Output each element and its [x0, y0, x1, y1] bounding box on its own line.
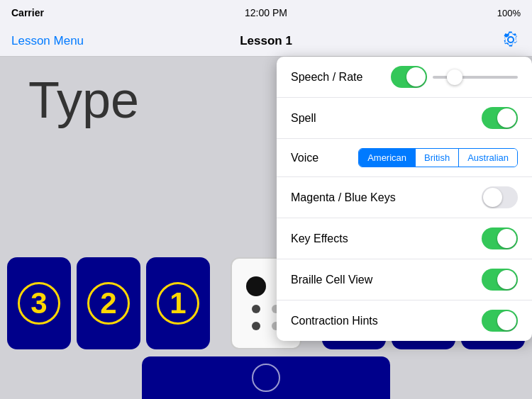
braille-dot-small-2	[252, 305, 260, 313]
main-content: Type 3 2 1 4	[0, 57, 532, 399]
key-effects-label: Key Effects	[291, 232, 348, 245]
voice-label: Voice	[291, 152, 318, 164]
status-bar: Carrier 12:00 PM 100%	[0, 0, 532, 26]
speech-rate-label: Speech / Rate	[291, 71, 362, 84]
card-3-number: 3	[18, 282, 60, 325]
key-effects-toggle[interactable]	[482, 227, 518, 249]
speech-rate-slider[interactable]	[433, 76, 518, 79]
contraction-hints-toggle[interactable]	[482, 310, 518, 332]
card-3: 3	[7, 257, 71, 349]
voice-british[interactable]: British	[416, 149, 459, 167]
type-text: Type	[28, 71, 139, 129]
back-button[interactable]: Lesson Menu	[11, 34, 84, 48]
spell-controls	[482, 107, 518, 129]
card-2-number: 2	[87, 282, 130, 325]
spell-row: Spell	[277, 98, 532, 139]
speech-rate-controls	[391, 66, 518, 88]
braille-cell-view-toggle[interactable]	[482, 269, 518, 291]
card-1: 1	[146, 257, 210, 349]
nav-bar: Lesson Menu Lesson 1	[0, 26, 532, 57]
voice-australian[interactable]: Australian	[459, 149, 517, 167]
voice-american[interactable]: American	[359, 149, 416, 167]
magenta-blue-keys-toggle[interactable]	[482, 186, 518, 208]
spell-toggle[interactable]	[482, 107, 518, 129]
speech-rate-toggle[interactable]	[391, 66, 427, 88]
contraction-hints-label: Contraction Hints	[291, 315, 378, 327]
braille-dot-large	[246, 276, 266, 296]
voice-segmented: American British Australian	[358, 148, 518, 167]
settings-button[interactable]	[501, 30, 521, 52]
braille-dot-small-4	[252, 322, 260, 330]
magenta-blue-keys-controls	[482, 186, 518, 208]
bottom-bar	[142, 356, 390, 399]
contraction-hints-row: Contraction Hints	[277, 300, 532, 341]
left-cards: 3 2 1	[7, 257, 210, 349]
magenta-blue-keys-row: Magenta / Blue Keys	[277, 177, 532, 218]
nav-title: Lesson 1	[240, 34, 292, 48]
voice-row: Voice American British Australian	[277, 139, 532, 177]
time-label: 12:00 PM	[245, 7, 287, 18]
magenta-blue-keys-label: Magenta / Blue Keys	[291, 191, 396, 204]
contraction-hints-controls	[482, 310, 518, 332]
speech-rate-row: Speech / Rate	[277, 57, 532, 98]
voice-controls: American British Australian	[358, 148, 518, 167]
carrier-label: Carrier	[11, 7, 44, 18]
card-1-number: 1	[157, 282, 199, 325]
braille-cell-view-controls	[482, 269, 518, 291]
bottom-circle-button[interactable]	[252, 364, 280, 392]
battery-label: 100%	[497, 8, 521, 18]
key-effects-row: Key Effects	[277, 218, 532, 259]
spell-label: Spell	[291, 112, 316, 125]
settings-panel: Speech / Rate Spell Voice	[277, 57, 532, 341]
key-effects-controls	[482, 227, 518, 249]
braille-cell-view-row: Braille Cell View	[277, 259, 532, 300]
card-2: 2	[77, 257, 140, 349]
braille-cell-view-label: Braille Cell View	[291, 274, 372, 286]
